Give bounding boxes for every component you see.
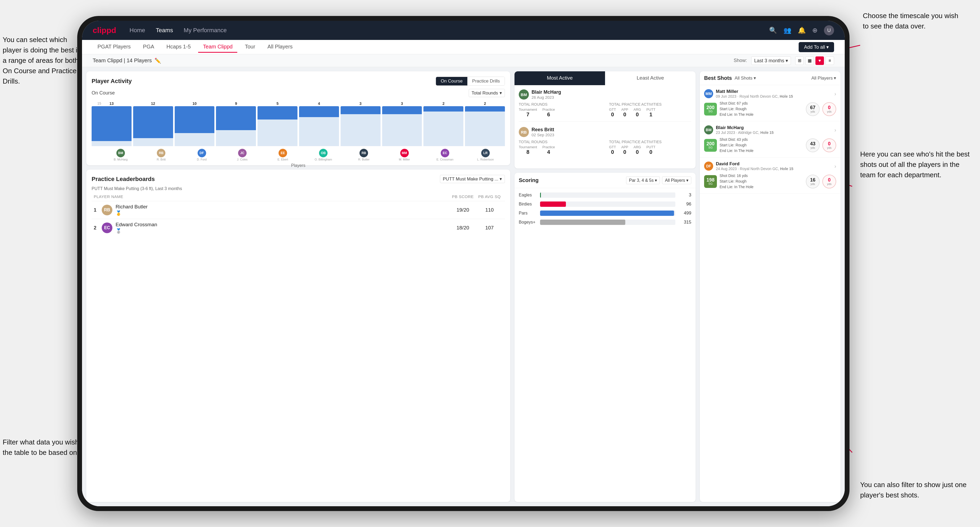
- bs-header: Best Shots All Shots ▾ All Players ▾: [700, 71, 840, 85]
- card-view-btn[interactable]: ▦: [805, 56, 814, 65]
- player-avatar-1: BM: [519, 89, 529, 100]
- sub-tab-hcaps[interactable]: Hcaps 1-5: [162, 41, 196, 53]
- stat-tournament-2: Tournament 8: [519, 145, 537, 155]
- add-button[interactable]: Add To all ▾: [799, 42, 834, 52]
- bogeys-track: [540, 220, 675, 225]
- grid-view-btn[interactable]: ⊞: [795, 56, 804, 65]
- chart-avatar-9: LR: [466, 149, 505, 157]
- shot-row-1: MM Matt Miller 09 Jun 2023 · Royal North…: [700, 85, 840, 121]
- stat-app-2: APP 0: [621, 145, 628, 155]
- chart-avatar-3: JC: [223, 149, 262, 157]
- shot-badge-1: 200 SG: [704, 103, 717, 116]
- scoring-bar-eagles: Eagles 3: [519, 192, 691, 198]
- pars-track: [540, 211, 675, 216]
- most-active-tab[interactable]: Most Active: [514, 71, 605, 85]
- nav-link-performance[interactable]: My Performance: [184, 27, 227, 34]
- bar-col-mmiller: 3: [382, 102, 422, 146]
- heart-view-btn[interactable]: ♥: [815, 56, 824, 65]
- leaderboard-cols: PLAYER NAME PB SCORE PB AVG SQ: [92, 194, 505, 199]
- bs-players-filter[interactable]: All Players ▾: [811, 75, 836, 81]
- scoring-content: Eagles 3 Birdies 96: [514, 188, 695, 233]
- nav-link-home[interactable]: Home: [129, 27, 145, 34]
- lb-rank-2: 2: [94, 225, 102, 231]
- chart-x-axis-label: Players: [92, 163, 505, 168]
- shot-chevron-3[interactable]: ›: [834, 163, 836, 169]
- shot-player-name-2: Blair McHarg: [716, 125, 834, 130]
- chevron-down-icon: ▾: [786, 58, 788, 63]
- time-filter-select[interactable]: Last 3 months ▾: [751, 56, 791, 65]
- scoring-bar-bogeys: Bogeys+ 315: [519, 220, 691, 225]
- stat-arg-1: ARG 0: [633, 108, 641, 117]
- users-icon[interactable]: 👥: [783, 27, 791, 34]
- shot-yds-3: 16 yds: [806, 175, 820, 189]
- chart-area: 15 10 5 0 13: [92, 102, 505, 160]
- edit-icon[interactable]: ✏️: [154, 57, 161, 64]
- lb-score-2: 18/20: [450, 225, 476, 231]
- stat-practice-rounds-2: Practice 4: [542, 145, 555, 155]
- view-icons: ⊞ ▦ ♥ ≡: [795, 56, 834, 65]
- shot-yds-zero-2: 0 yds: [822, 138, 836, 152]
- stat-gtt-1: GTT 0: [609, 108, 616, 117]
- bs-filter-shots: All Shots ▾: [735, 75, 756, 81]
- shot-badge-3: 198 SG: [704, 175, 717, 188]
- scoring-bar-birdies: Birdies 96: [519, 202, 691, 207]
- list-view-btn[interactable]: ≡: [826, 56, 834, 65]
- player-name-date-1: Blair McHarg 26 Aug 2023: [531, 89, 691, 100]
- plus-circle-icon[interactable]: ⊕: [812, 27, 818, 34]
- chart-avatar-0: BM: [101, 149, 140, 157]
- lb-avg-1: 110: [476, 207, 503, 213]
- all-shots-btn[interactable]: All Shots ▾: [735, 75, 756, 81]
- scoring-players-filter[interactable]: All Players ▾: [662, 176, 691, 184]
- chart-avatars-row: BM RB DF JC EE OB RB MM EC LR: [92, 149, 505, 157]
- leaderboard-dropdown[interactable]: PUTT Must Make Putting ... ▾: [440, 175, 505, 183]
- bar-col-obillingham: 4: [299, 102, 339, 146]
- sub-tab-pga[interactable]: PGA: [138, 41, 159, 53]
- stat-arg-2: ARG 0: [633, 145, 641, 155]
- lb-row-2: 2 EC Edward Crossman 🥈 18/20 107: [92, 219, 505, 237]
- player-activity-title: Player Activity: [92, 78, 132, 85]
- team-title: Team Clippd | 14 Players ✏️: [93, 57, 161, 64]
- shot-chevron-1[interactable]: ›: [834, 91, 836, 97]
- sub-nav-tabs: PGAT Players PGA Hcaps 1-5 Team Clippd T…: [93, 41, 799, 53]
- sub-tab-pgat[interactable]: PGAT Players: [93, 41, 135, 53]
- eagles-count: 3: [675, 192, 691, 198]
- practice-drills-toggle[interactable]: Practice Drills: [467, 77, 504, 86]
- shot-player-name-1: Matt Miller: [716, 89, 834, 94]
- player-name-1: Blair McHarg: [531, 89, 691, 95]
- stat-putt-2: PUTT 0: [646, 145, 655, 155]
- sub-tab-all-players[interactable]: All Players: [262, 41, 297, 53]
- activity-stats-1: Total Rounds Tournament 7 Practice: [519, 102, 691, 117]
- bar-col-dford: 10: [175, 102, 215, 146]
- chart-x-labels-row: B. McHarg R. Britt D. Ford J. Coles E. E…: [92, 158, 505, 161]
- player-activity-card: Player Activity On Course Practice Drill…: [86, 71, 510, 165]
- scoring-par-filter[interactable]: Par 3, 4 & 5s ▾: [626, 176, 660, 184]
- annotation-filter: Filter what data you wish the table to b…: [3, 437, 88, 458]
- shot-yds-1: 67 yds: [806, 102, 820, 116]
- player-avatar-2: RB: [519, 127, 529, 137]
- stat-app-1: APP 0: [621, 108, 628, 117]
- stat-gtt-2: GTT 0: [609, 145, 616, 155]
- stat-practice-rounds-1: Practice 6: [542, 108, 555, 117]
- stat-group-rounds-1: Total Rounds Tournament 7 Practice: [519, 102, 601, 117]
- shot-course-info-2: 23 Jul 2023 · Aldridge GC, Hole 15: [716, 130, 834, 135]
- birdies-count: 96: [675, 202, 691, 207]
- search-icon[interactable]: 🔍: [769, 27, 777, 34]
- sub-tab-tour[interactable]: Tour: [240, 41, 260, 53]
- player-date-2: 02 Sep 2023: [531, 133, 691, 137]
- annotation-timescale: Choose the timescale you wish to see the…: [863, 11, 964, 32]
- on-course-toggle[interactable]: On Course: [436, 77, 467, 86]
- activity-stats-2: Total Rounds Tournament 8 Practice: [519, 140, 691, 155]
- shot-avatar-1: MM: [704, 89, 713, 98]
- metric-select[interactable]: Total Rounds ▾: [469, 89, 505, 97]
- least-active-tab[interactable]: Least Active: [605, 71, 695, 85]
- lb-col-player-name: PLAYER NAME: [94, 194, 450, 199]
- shot-course-info-1: 09 Jun 2023 · Royal North Devon GC, Hole…: [716, 94, 834, 98]
- nav-link-teams[interactable]: Teams: [156, 27, 173, 34]
- player-name-date-2: Rees Britt 02 Sep 2023: [531, 127, 691, 137]
- sub-tab-team-clippd[interactable]: Team Clippd: [198, 41, 237, 53]
- bell-icon[interactable]: 🔔: [798, 27, 806, 34]
- chart-avatar-2: DF: [182, 149, 221, 157]
- bar-col-rbutler: 3: [340, 102, 380, 146]
- user-avatar[interactable]: U: [824, 25, 834, 35]
- shot-chevron-2[interactable]: ›: [834, 127, 836, 133]
